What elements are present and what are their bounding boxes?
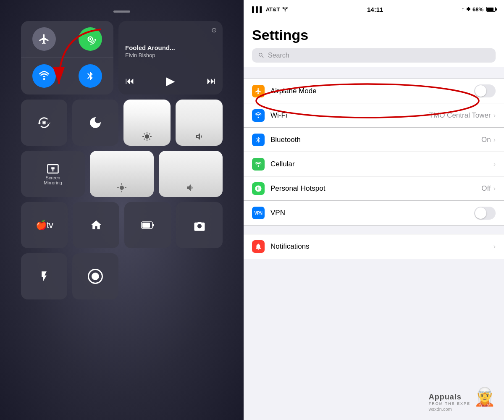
volume-row-slider[interactable] — [159, 151, 223, 197]
do-not-disturb-btn[interactable] — [72, 100, 118, 146]
notifications-row[interactable]: Notifications › — [244, 234, 504, 259]
cc-app-row: 🍎tv — [21, 202, 223, 248]
bluetooth-row-value: On — [481, 136, 491, 144]
next-track-btn[interactable]: ⏭ — [207, 76, 216, 87]
media-airplay-icon: ⊙ — [211, 26, 217, 34]
cellular-row[interactable]: Cellular › — [244, 152, 504, 176]
swipe-indicator — [113, 10, 130, 13]
network-section: Airplane Mode Wi-Fi TMO Central Tower › — [244, 79, 504, 226]
brightness-row-icon — [117, 183, 127, 193]
battery-graphic — [486, 7, 496, 12]
media-player-block: ⊙ Fooled Around... Elvin Bishop ⏮ ▶ ⏭ — [118, 21, 223, 94]
screen-mirror-icon — [47, 163, 59, 175]
flashlight-icon — [38, 270, 50, 282]
cellular-icon — [79, 27, 102, 51]
media-song-title: Fooled Around... — [125, 44, 216, 51]
vpn-toggle[interactable] — [474, 207, 496, 220]
rotation-lock-icon — [37, 116, 51, 130]
svg-rect-5 — [42, 121, 46, 125]
volume-slider[interactable] — [176, 100, 223, 146]
hotspot-row[interactable]: Personal Hotspot Off › — [244, 176, 504, 201]
airplane-icon — [32, 27, 56, 51]
prev-track-btn[interactable]: ⏮ — [125, 76, 134, 87]
brightness-icon — [142, 131, 152, 142]
home-icon — [90, 219, 102, 231]
vpn-row-icon: VPN — [252, 207, 265, 219]
notifications-section: Notifications › — [244, 234, 504, 259]
control-center-panel: ⊙ Fooled Around... Elvin Bishop ⏮ ▶ ⏭ — [0, 0, 244, 420]
wifi-btn[interactable] — [21, 58, 67, 95]
notifications-row-icon — [252, 240, 265, 253]
airplane-mode-icon — [252, 85, 265, 97]
settings-title: Settings — [252, 27, 496, 43]
hotspot-row-icon — [252, 182, 265, 195]
play-pause-btn[interactable]: ▶ — [166, 74, 175, 88]
notifications-chevron: › — [494, 243, 496, 250]
notifications-row-label: Notifications — [270, 242, 494, 251]
hotspot-chevron: › — [494, 185, 496, 192]
cc-second-row — [21, 100, 223, 146]
carrier-name: AT&T — [266, 6, 280, 13]
battery-btn[interactable] — [124, 202, 171, 248]
search-bar[interactable]: Search — [252, 48, 496, 63]
search-icon — [258, 52, 265, 59]
bluetooth-row-icon — [252, 134, 265, 146]
bluetooth-chevron: › — [494, 136, 496, 144]
wifi-row-label: Wi-Fi — [270, 111, 429, 120]
battery-pct: 68% — [472, 6, 483, 13]
airplane-mode-label: Airplane Mode — [270, 87, 474, 95]
status-bar: ▌▌▌ AT&T 14:11 ↑ ✱ 68% — [244, 0, 504, 18]
vpn-row[interactable]: VPN VPN — [244, 201, 504, 225]
appletv-btn[interactable]: 🍎tv — [21, 202, 68, 248]
moon-icon — [88, 116, 102, 130]
svg-point-4 — [89, 38, 91, 40]
cc-screen-row: ScreenMirroring — [21, 151, 223, 197]
wifi-row-value: TMO Central Tower — [429, 111, 491, 120]
volume-icon — [194, 131, 204, 142]
screen-mirroring-btn[interactable]: ScreenMirroring — [21, 151, 85, 197]
settings-content: Airplane Mode Wi-Fi TMO Central Tower › — [244, 67, 504, 420]
cellular-btn[interactable] — [67, 21, 113, 58]
appletv-icon: 🍎tv — [36, 220, 53, 231]
wifi-row[interactable]: Wi-Fi TMO Central Tower › — [244, 103, 504, 128]
airplane-mode-toggle[interactable] — [474, 84, 496, 97]
airplane-mode-row[interactable]: Airplane Mode — [244, 79, 504, 103]
media-controls: ⏮ ▶ ⏭ — [125, 71, 216, 88]
section-gap-top — [244, 75, 504, 79]
wifi-chevron: › — [494, 112, 496, 119]
bluetooth-status-icon: ✱ — [466, 6, 470, 12]
wifi-icon — [32, 64, 56, 88]
airplane-mode-btn[interactable] — [21, 21, 67, 58]
status-time: 14:11 — [367, 6, 383, 13]
status-wifi-icon — [282, 6, 289, 12]
watermark-url: wsxdn.com — [429, 407, 496, 412]
wifi-row-icon — [252, 109, 265, 122]
svg-rect-7 — [142, 223, 150, 228]
status-left: ▌▌▌ AT&T — [252, 6, 289, 13]
cellular-row-label: Cellular — [270, 160, 494, 168]
screen-record-btn[interactable] — [72, 253, 118, 299]
record-icon — [88, 269, 103, 284]
hotspot-row-label: Personal Hotspot — [270, 184, 481, 193]
cellular-row-icon — [252, 158, 265, 171]
camera-btn[interactable] — [176, 202, 223, 248]
rotation-lock-btn[interactable] — [21, 100, 67, 146]
vpn-row-label: VPN — [270, 209, 474, 217]
watermark-tagline: FROM THE EXPE — [429, 402, 470, 406]
media-info: Fooled Around... Elvin Bishop — [125, 28, 216, 71]
svg-rect-8 — [152, 224, 154, 226]
location-icon: ↑ — [462, 6, 464, 12]
volume-row-icon — [186, 183, 196, 193]
homekit-btn[interactable] — [73, 202, 119, 248]
cellular-chevron: › — [494, 160, 496, 168]
media-artist-name: Elvin Bishop — [125, 52, 216, 58]
bluetooth-icon — [79, 64, 102, 88]
connectivity-block — [21, 21, 113, 94]
bluetooth-row[interactable]: Bluetooth On › — [244, 128, 504, 152]
bluetooth-btn[interactable] — [67, 58, 113, 95]
cc-top-row: ⊙ Fooled Around... Elvin Bishop ⏮ ▶ ⏭ — [21, 21, 223, 94]
screen-mirroring-label: ScreenMirroring — [44, 175, 62, 185]
brightness-slider[interactable] — [123, 100, 171, 146]
flashlight-btn[interactable] — [21, 253, 67, 299]
brightness-row-slider[interactable] — [90, 151, 154, 197]
